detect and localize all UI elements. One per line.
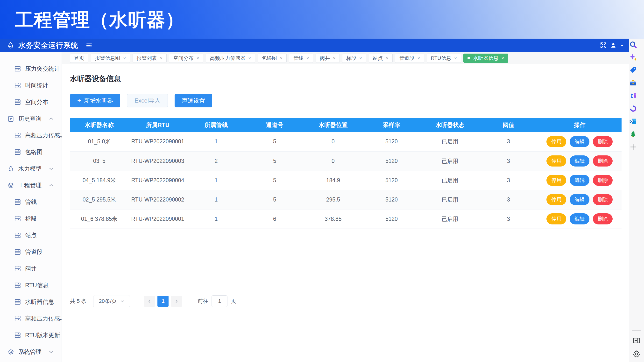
sidebar-item-label: 包络图: [25, 148, 42, 156]
server-icon: [14, 132, 21, 139]
disable-button[interactable]: 停用: [546, 155, 566, 167]
excel-import-button[interactable]: Excel导入: [127, 94, 168, 107]
tab-报警信息图[interactable]: 报警信息图×: [91, 53, 130, 63]
tab-label: 首页: [74, 55, 84, 61]
table-header-row: 水听器名称所属RTU所属管线通道号水听器位置采样率水听器状态阈值操作: [70, 118, 622, 132]
sidebar-item-水力模型[interactable]: 水力模型: [0, 160, 62, 177]
disable-button[interactable]: 停用: [546, 136, 566, 147]
edit-button[interactable]: 编辑: [570, 213, 590, 224]
copilot-icon[interactable]: [629, 53, 637, 61]
sidebar-item-RTU版本更新[interactable]: RTU版本更新: [0, 327, 62, 344]
tab-包络图[interactable]: 包络图×: [258, 53, 287, 63]
tab-高频压力传感器[interactable]: 高频压力传感器×: [206, 53, 255, 63]
tab-close-icon[interactable]: ×: [501, 56, 504, 60]
shopping-icon[interactable]: [629, 66, 637, 74]
table-cell: 02_5 295.5米: [70, 190, 128, 209]
disable-button[interactable]: 停用: [546, 213, 566, 224]
tab-close-icon[interactable]: ×: [359, 56, 362, 60]
fullscreen-icon[interactable]: [600, 42, 607, 49]
tab-close-icon[interactable]: ×: [417, 56, 420, 60]
sidebar-item-站点[interactable]: 站点: [0, 227, 62, 244]
sidebar-item-label: 系统管理: [18, 348, 42, 356]
tab-close-icon[interactable]: ×: [386, 56, 389, 60]
tab-标段[interactable]: 标段×: [342, 53, 366, 63]
sidebar-item-label: 压力突变统计: [25, 65, 60, 73]
tab-报警列表[interactable]: 报警列表×: [132, 53, 167, 63]
tab-站点[interactable]: 站点×: [369, 53, 393, 63]
sidebar-item-label: RTU版本更新: [25, 331, 60, 339]
sidebar-item-管线[interactable]: 管线: [0, 194, 62, 210]
user-icon[interactable]: [610, 42, 617, 49]
sidebar-item-水听器信息[interactable]: 水听器信息: [0, 294, 62, 310]
tab-阀井[interactable]: 阀井×: [316, 53, 340, 63]
tab-label: 管线: [293, 55, 303, 61]
sidebar-item-空间分布[interactable]: 空间分布: [0, 94, 62, 110]
prev-page-button[interactable]: [144, 296, 155, 307]
edit-button[interactable]: 编辑: [570, 136, 590, 147]
tab-RTU信息[interactable]: RTU信息×: [427, 53, 461, 63]
sidebar-item-系统管理[interactable]: 系统管理: [0, 344, 62, 360]
sidebar-item-label: 高频压力传感器: [25, 315, 62, 323]
delete-button[interactable]: 删除: [593, 155, 612, 167]
tab-水听器信息[interactable]: 水听器信息×: [464, 53, 508, 63]
sidebar-item-高频压力传感器[interactable]: 高频压力传感器: [0, 127, 62, 144]
table-cell: 01_6 378.85米: [70, 209, 128, 229]
tab-管线[interactable]: 管线×: [289, 53, 313, 63]
gear-icon: [7, 348, 14, 356]
sidebar-item-包络图[interactable]: 包络图: [0, 144, 62, 160]
disable-button[interactable]: 停用: [546, 175, 566, 186]
sound-speed-button[interactable]: 声速设置: [174, 94, 212, 107]
add-hydrophone-button[interactable]: + 新增水听器: [70, 94, 120, 107]
page-size-select[interactable]: 20条/页: [93, 295, 130, 307]
tab-close-icon[interactable]: ×: [123, 56, 126, 60]
table-cell: RTU-WP2022090001: [128, 132, 187, 151]
tab-close-icon[interactable]: ×: [248, 56, 251, 60]
delete-button[interactable]: 删除: [593, 194, 612, 205]
tab-空间分布[interactable]: 空间分布×: [169, 53, 203, 63]
menu-collapse-icon[interactable]: [86, 42, 93, 49]
sidebar-item-压力突变统计[interactable]: 压力突变统计: [0, 60, 62, 77]
sidebar-item-高频压力传感器[interactable]: 高频压力传感器: [0, 310, 62, 327]
toolbar: + 新增水听器 Excel导入 声速设置: [70, 94, 622, 107]
tab-label: 包络图: [262, 55, 277, 61]
search-icon[interactable]: [629, 40, 637, 49]
table-cell: 378.85: [304, 209, 362, 229]
edit-button[interactable]: 编辑: [570, 194, 590, 205]
sidebar-item-阀井[interactable]: 阀井: [0, 260, 62, 277]
collapse-panel-icon[interactable]: [632, 337, 640, 345]
tab-close-icon[interactable]: ×: [160, 56, 163, 60]
disable-button[interactable]: 停用: [546, 194, 566, 205]
edit-button[interactable]: 编辑: [570, 175, 590, 186]
goto-page-input[interactable]: [212, 295, 228, 307]
microsoft365-icon[interactable]: [629, 104, 637, 113]
games-icon[interactable]: [629, 92, 637, 100]
edit-button[interactable]: 编辑: [570, 155, 590, 167]
sidebar-item-RTU信息[interactable]: RTU信息: [0, 277, 62, 294]
tab-管道段[interactable]: 管道段×: [395, 53, 424, 63]
tab-close-icon[interactable]: ×: [333, 56, 336, 60]
sidebar-item-标段[interactable]: 标段: [0, 210, 62, 227]
toolbox-icon[interactable]: [629, 79, 637, 87]
sidebar-item-历史查询[interactable]: 历史查询: [0, 110, 62, 127]
tab-close-icon[interactable]: ×: [280, 56, 283, 60]
sidebar-item-工程管理[interactable]: 工程管理: [0, 177, 62, 194]
column-header-通道号: 通道号: [245, 118, 304, 132]
current-page[interactable]: 1: [158, 296, 168, 307]
tab-close-icon[interactable]: ×: [454, 56, 457, 60]
sidebar: 压力突变统计时间统计空间分布历史查询高频压力传感器包络图水力模型工程管理管线标段…: [0, 52, 62, 362]
delete-button[interactable]: 删除: [593, 175, 612, 186]
settings-icon[interactable]: [632, 350, 640, 358]
tab-close-icon[interactable]: ×: [196, 56, 199, 60]
delete-button[interactable]: 删除: [593, 136, 612, 147]
next-page-button[interactable]: [171, 296, 182, 307]
sidebar-item-label: 历史查询: [18, 115, 42, 123]
sidebar-item-时间统计[interactable]: 时间统计: [0, 77, 62, 94]
caret-down-icon[interactable]: [620, 43, 624, 48]
sidebar-item-管道段[interactable]: 管道段: [0, 244, 62, 260]
outlook-icon[interactable]: [629, 117, 637, 125]
tree-icon[interactable]: [629, 130, 637, 138]
add-icon[interactable]: [629, 143, 637, 151]
tab-close-icon[interactable]: ×: [306, 56, 309, 60]
tab-首页[interactable]: 首页: [70, 53, 88, 63]
delete-button[interactable]: 删除: [593, 213, 612, 224]
